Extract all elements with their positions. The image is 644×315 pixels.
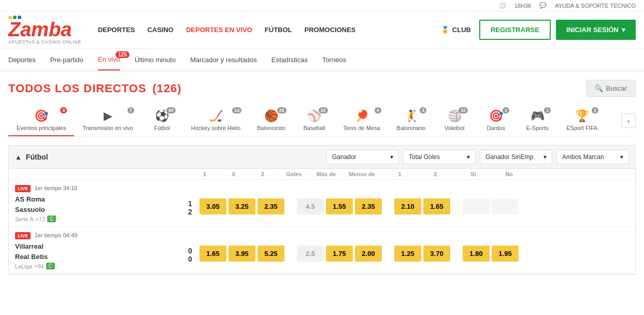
odd-si-1[interactable]: -: [463, 198, 490, 214]
dropdown-sin-emp[interactable]: Ganador SinEmp ▾: [480, 150, 552, 164]
col-menos: Menos de: [345, 171, 379, 177]
sport-tab-transmision[interactable]: 7 ▶ Transmisión en vivo: [74, 105, 141, 136]
live-badge-1: LIVE: [15, 185, 31, 192]
odd-mas-1[interactable]: 1.55: [326, 198, 353, 214]
league-info-1: Serie A +73 C: [15, 216, 181, 222]
more-markets-2[interactable]: C: [46, 263, 55, 269]
tab-count-tenis: 4: [375, 107, 381, 113]
tab-count-dardos: 2: [503, 107, 509, 113]
club-icon: 🏅: [441, 26, 449, 34]
header-actions: REGISTRARSE INICIAR SESIÓN ▾: [479, 20, 636, 40]
logo: Zamba APUESTAS & CASINO ONLINE: [8, 15, 81, 45]
more-markets-1[interactable]: C: [47, 216, 56, 222]
tab-count-esports: 1: [544, 107, 551, 113]
odd-goles-2[interactable]: 2.5: [297, 246, 324, 262]
odd-g1-1[interactable]: 3.05: [199, 198, 226, 214]
tab-count-baseball: 10: [319, 107, 328, 113]
match-time-2: 1er tiempo 04:49: [35, 232, 78, 238]
page-content: TODOS LOS DIRECTOS (126) 🔍 Buscar 8 🎯 Ev…: [0, 71, 644, 283]
sub-nav-pre-partido[interactable]: Pre-partido: [50, 50, 83, 70]
clock-icon: 🕐: [499, 2, 506, 9]
odd-menos-2[interactable]: 2.00: [355, 246, 382, 262]
nav-deportes-en-vivo[interactable]: DEPORTES EN VIVO: [186, 26, 252, 34]
sub-nav-ultimo-minuto[interactable]: Último minuto: [135, 50, 176, 70]
col-1: 1: [191, 171, 218, 177]
tab-count-baloncesto: 28: [277, 107, 287, 113]
odd-gx-2[interactable]: 3.95: [228, 246, 255, 262]
odd-no-1[interactable]: -: [492, 198, 519, 214]
page-title: TODOS LOS DIRECTOS (126): [8, 82, 182, 95]
odd-se1-2[interactable]: 1.25: [394, 246, 421, 262]
section-sport-label: Fútbol: [26, 153, 322, 161]
nav-deportes[interactable]: DEPORTES: [98, 26, 135, 34]
odd-goles-1[interactable]: 4.5: [297, 198, 324, 214]
odd-se2-1[interactable]: 1.65: [423, 198, 450, 214]
team-names-2: Villarreal Real Betis: [15, 241, 181, 262]
league-info-2: LaLiga +84 C: [15, 263, 181, 269]
odd-g2-1[interactable]: 2.35: [257, 198, 284, 214]
collapse-icon[interactable]: ▲: [15, 153, 22, 161]
sport-tab-eventos[interactable]: 8 🎯 Eventos principales: [8, 105, 74, 136]
chevron-sinemp-icon: ▾: [543, 153, 547, 161]
col-no: No: [492, 171, 526, 177]
odd-g2-2[interactable]: 5.25: [257, 246, 284, 262]
main-nav: DEPORTES CASINO DEPORTES EN VIVO FÚTBOL …: [98, 26, 441, 34]
sport-tab-esports[interactable]: 1 🎮 E-Sports: [517, 105, 558, 136]
odd-gx-1[interactable]: 3.25: [228, 198, 255, 214]
tab-count-fifa: 2: [592, 107, 598, 113]
odds-header: 1 X 2 Goles Más de Menos de 1 2 Si No: [9, 169, 635, 180]
sub-nav-estadisticas[interactable]: Estadísticas: [271, 50, 308, 70]
sub-nav-en-vivo[interactable]: En vivo 125: [98, 49, 120, 70]
sport-tabs-wrapper: 8 🎯 Eventos principales 7 ▶ Transmisión …: [8, 105, 636, 137]
score-1: 1 2: [185, 190, 195, 216]
odd-si-2[interactable]: 1.80: [463, 246, 490, 262]
sport-tab-tenis-mesa[interactable]: 4 🏓 Tenis de Mesa: [335, 105, 389, 136]
chevron-ambos-icon: ▾: [620, 153, 623, 161]
col-se2: 2: [419, 171, 452, 177]
dropdown-ganador[interactable]: Ganador ▾: [326, 150, 399, 164]
sub-nav-torneos[interactable]: Torneos: [322, 50, 346, 70]
sport-tab-futbol[interactable]: 49 ⚽ Fútbol: [141, 105, 183, 136]
odd-no-2[interactable]: 1.95: [492, 246, 519, 262]
sport-tab-esport-fifa[interactable]: 2 🏆 ESport FIFA: [558, 105, 606, 136]
sub-nav-deportes[interactable]: Deportes: [8, 50, 36, 70]
chevron-down-icon: ▾: [622, 26, 625, 34]
support-icon: 💬: [539, 2, 547, 9]
dropdown-ambos-marcan[interactable]: Ambos Marcan ▾: [556, 150, 629, 164]
odd-menos-1[interactable]: 2.35: [355, 198, 382, 214]
sport-tabs: 8 🎯 Eventos principales 7 ▶ Transmisión …: [8, 105, 636, 137]
sub-nav-marcador[interactable]: Marcador y resultados: [190, 50, 257, 70]
nav-futbol[interactable]: FÚTBOL: [265, 26, 292, 34]
sport-tab-dardos[interactable]: 2 🎯 Dardos: [475, 105, 517, 136]
sport-tab-balonmano[interactable]: 4 🤾 Balonmano: [389, 105, 434, 136]
col-goles: Goles: [280, 171, 307, 177]
search-button[interactable]: 🔍 Buscar: [586, 80, 636, 97]
tab-count-transmision: 7: [127, 107, 134, 113]
club-button[interactable]: 🏅 CLUB: [441, 26, 471, 34]
register-button[interactable]: REGISTRARSE: [479, 20, 551, 40]
dropdown-total-goles[interactable]: Total Goles ▾: [403, 150, 476, 164]
sub-nav: Deportes Pre-partido En vivo 125 Último …: [0, 49, 644, 71]
odd-se2-2[interactable]: 3.70: [423, 246, 450, 262]
match-info-2: LIVE 1er tiempo 04:49 Villarreal Real Be…: [15, 231, 181, 269]
odd-se1-1[interactable]: 2.10: [394, 198, 421, 214]
top-time: 18H36: [514, 3, 531, 9]
sport-tab-voleibol[interactable]: 10 🏐 Voleibol: [434, 105, 475, 136]
odd-mas-2[interactable]: 1.75: [326, 246, 353, 262]
scroll-right-arrow[interactable]: ›: [621, 113, 636, 128]
col-si: Si: [456, 171, 490, 177]
team-names-1: AS Roma Sassuolo: [15, 194, 181, 214]
sport-tab-baloncesto[interactable]: 28 🏀 Baloncesto: [249, 105, 293, 136]
logo-brand: Zamba: [8, 20, 71, 39]
sport-tab-hockey[interactable]: 14 🏒 Hockey sobre Hielo: [183, 105, 249, 136]
club-label: CLUB: [452, 26, 471, 34]
sport-tab-baseball[interactable]: 10 ⚾ Baseball: [294, 105, 335, 136]
login-button[interactable]: INICIAR SESIÓN ▾: [556, 20, 636, 40]
col-se1: 1: [383, 171, 417, 177]
nav-casino[interactable]: CASINO: [147, 26, 174, 34]
en-vivo-badge: 125: [116, 51, 130, 58]
support-link[interactable]: AYUDA & SOPORTE TÉCNICO: [555, 3, 636, 9]
nav-promociones[interactable]: PROMOCIONES: [305, 26, 356, 34]
col-mas: Más de: [309, 171, 343, 177]
odd-g1-2[interactable]: 1.65: [199, 246, 226, 262]
